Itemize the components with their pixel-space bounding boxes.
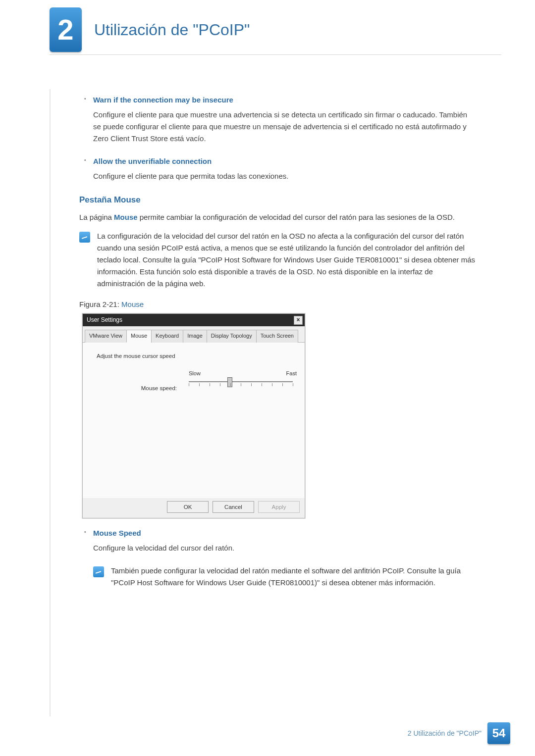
- slider-tick: [199, 383, 200, 386]
- user-settings-dialog: User Settings × VMware View Mouse Keyboa…: [82, 313, 305, 518]
- figcap-hl: Mouse: [121, 300, 144, 308]
- tab-keyboard[interactable]: Keyboard: [151, 330, 183, 343]
- header-divider: [50, 54, 501, 55]
- item-head-mouse-speed: Mouse Speed: [93, 527, 476, 539]
- figcap-pre: Figura 2-21:: [79, 300, 121, 308]
- slider-tick: [220, 383, 220, 386]
- slow-label: Slow: [189, 369, 201, 378]
- chapter-title: Utilización de "PCoIP": [94, 17, 250, 43]
- section-mouse-head: Pestaña Mouse: [79, 193, 476, 206]
- dialog-titlebar: User Settings ×: [83, 314, 305, 326]
- slider-tick: [241, 383, 241, 386]
- item-head-allow: Allow the unverifiable connection: [93, 155, 476, 167]
- slider-tick: [293, 383, 293, 386]
- close-icon[interactable]: ×: [294, 316, 303, 325]
- note-text-2: También puede configurar la velocidad de…: [111, 565, 476, 589]
- para-pre: La página: [79, 213, 114, 221]
- note-text-1: La configuración de la velocidad del cur…: [97, 230, 476, 290]
- item-body-mouse-speed: Configure la velocidad del cursor del ra…: [93, 542, 476, 554]
- tab-vmware-view[interactable]: VMware View: [85, 330, 127, 343]
- slider-tick: [282, 383, 283, 386]
- item-body-allow: Configure el cliente para que permita to…: [93, 170, 476, 182]
- mouse-speed-label: Mouse speed:: [132, 384, 177, 393]
- dialog-title: User Settings: [87, 315, 122, 325]
- slider-tick: [230, 383, 231, 386]
- tab-image[interactable]: Image: [183, 330, 207, 343]
- adjust-label: Adjust the mouse cursor speed: [97, 352, 295, 360]
- footer-label: 2 Utilización de "PCoIP": [408, 728, 482, 739]
- slider-tick: [210, 383, 210, 386]
- left-margin-rule: [50, 89, 51, 716]
- tab-display-topology[interactable]: Display Topology: [207, 330, 257, 343]
- dialog-tabs: VMware View Mouse Keyboard Image Display…: [83, 326, 305, 343]
- ok-button[interactable]: OK: [167, 501, 209, 513]
- slider-track: [189, 381, 293, 382]
- apply-button[interactable]: Apply: [258, 501, 300, 513]
- figure-caption: Figura 2-21: Mouse: [79, 299, 476, 310]
- fast-label: Fast: [286, 369, 297, 378]
- para-highlight: Mouse: [114, 213, 138, 221]
- item-body-warn: Configure el cliente para que muestre un…: [93, 109, 476, 145]
- note-icon: [79, 232, 90, 243]
- mouse-speed-slider[interactable]: Slow Fast: [189, 378, 293, 398]
- dialog-button-bar: OK Cancel Apply: [83, 498, 305, 518]
- tab-mouse[interactable]: Mouse: [126, 330, 152, 343]
- slider-tick: [189, 383, 189, 386]
- slider-tick: [251, 383, 252, 386]
- slider-tick: [262, 383, 262, 386]
- cancel-button[interactable]: Cancel: [213, 501, 254, 513]
- tab-touch-screen[interactable]: Touch Screen: [256, 330, 298, 343]
- slider-thumb[interactable]: [227, 377, 232, 387]
- note-icon: [93, 566, 104, 577]
- chapter-number-badge: 2: [50, 7, 82, 52]
- slider-tick: [272, 383, 272, 386]
- item-head-warn: Warn if the connection may be insecure: [93, 94, 476, 106]
- para-post: permite cambiar la configuración de velo…: [138, 213, 455, 221]
- mouse-intro-para: La página Mouse permite cambiar la confi…: [79, 211, 476, 223]
- page-number-badge: 54: [487, 722, 510, 744]
